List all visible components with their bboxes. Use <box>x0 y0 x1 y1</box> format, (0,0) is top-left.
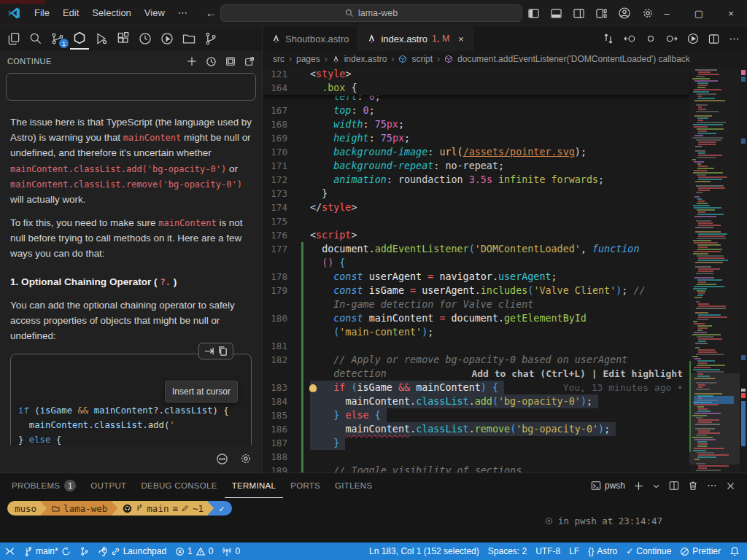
change-dot-icon[interactable] <box>646 33 656 44</box>
code-row[interactable]: 179 const isGame = userAgent.includes('V… <box>263 284 747 298</box>
insert-at-cursor-icon[interactable] <box>204 346 214 357</box>
code-row[interactable]: 187 } <box>263 436 747 450</box>
breadcrumb-item-src[interactable]: src <box>273 54 285 64</box>
code-row[interactable]: detectionAdd to chat (Ctrl+L) | Edit hig… <box>263 367 747 381</box>
gitlens-graph-status[interactable] <box>75 542 93 560</box>
code-row[interactable]: 184 mainContent.classList.add('bg-opacit… <box>263 394 747 408</box>
search-activity-icon[interactable] <box>26 28 45 50</box>
code-row[interactable]: ('main-content'); <box>263 325 747 339</box>
breadcrumb-item-pages[interactable]: pages <box>296 54 320 64</box>
code-row[interactable]: 189 // Toggle visibility of sections <box>263 464 747 472</box>
new-session-icon[interactable] <box>187 56 197 66</box>
menu-more[interactable]: ⋯ <box>171 4 194 21</box>
code-row[interactable]: 167 top: 0; <box>263 104 747 117</box>
cursor-position-status[interactable]: Ln 183, Col 1 (152 selected) <box>365 542 484 560</box>
notifications-bell-icon[interactable] <box>725 542 747 560</box>
breadcrumb-item-callback[interactable]: document.addEventListener('DOMContentLoa… <box>457 54 690 64</box>
kill-terminal-icon[interactable] <box>688 481 698 491</box>
split-editor-icon[interactable] <box>708 34 719 44</box>
breadcrumb-item-script[interactable]: script <box>411 54 433 64</box>
launchpad-status[interactable]: Launchpad <box>93 542 171 560</box>
maximize-panel-icon[interactable] <box>225 56 236 66</box>
minimap[interactable] <box>689 67 740 472</box>
code-row[interactable]: 176<script> <box>263 228 747 242</box>
code-row[interactable]: 185 } else { <box>263 408 747 422</box>
remote-indicator[interactable] <box>0 542 20 560</box>
testing-icon[interactable] <box>136 28 155 50</box>
more-options-icon[interactable] <box>216 453 228 465</box>
code-row[interactable]: 174</style> <box>263 201 747 214</box>
close-panel-icon[interactable] <box>726 481 735 491</box>
copy-code-icon[interactable] <box>217 346 228 357</box>
code-row[interactable]: 178 const userAgent = navigator.userAgen… <box>263 270 747 284</box>
window-minimize-button[interactable]: – <box>651 0 683 26</box>
terminal-content[interactable]: muso lama-web main ≡ ~1 ✓ in pwsh at 23:… <box>0 498 747 542</box>
code-row[interactable]: 188 <box>263 450 747 464</box>
tab-debug-console[interactable]: DEBUG CONSOLE <box>133 473 224 498</box>
menu-file[interactable]: File <box>28 4 56 21</box>
nav-back-button[interactable]: ← <box>206 7 217 19</box>
menu-edit[interactable]: Edit <box>56 4 85 21</box>
sidebar-settings-gear-icon[interactable] <box>240 453 252 464</box>
chat-input[interactable] <box>6 73 256 101</box>
continue-extension-icon[interactable] <box>70 28 89 50</box>
code-row[interactable]: 173 } <box>263 187 747 201</box>
breadcrumb-item-file[interactable]: index.astro <box>344 54 387 64</box>
live-preview-icon[interactable] <box>158 28 177 50</box>
panel-more-icon[interactable] <box>707 481 717 491</box>
open-in-new-window-icon[interactable] <box>244 56 255 66</box>
tab-terminal[interactable]: TERMINAL <box>225 473 284 498</box>
code-row[interactable]: 183 if (isGame && mainContent) {You, 13 … <box>263 381 747 394</box>
new-terminal-icon[interactable] <box>634 481 643 491</box>
open-previous-change-icon[interactable] <box>624 33 636 44</box>
encoding-status[interactable]: UTF-8 <box>531 542 565 560</box>
source-control-icon[interactable]: 1 <box>48 28 67 50</box>
code-row[interactable]: () { <box>263 256 747 270</box>
tab-shoutbox-astro[interactable]: Shoutbox.astro <box>263 26 358 51</box>
menu-selection[interactable]: Selection <box>85 4 137 21</box>
eol-status[interactable]: LF <box>565 542 584 560</box>
tab-output[interactable]: OUTPUT <box>83 473 133 498</box>
compare-changes-icon[interactable] <box>603 33 614 44</box>
continue-status[interactable]: ✓Continue <box>622 542 676 560</box>
code-row[interactable]: 169 height: 75px; <box>263 131 747 145</box>
gitlens-graph-icon[interactable] <box>201 28 220 50</box>
tab-gitlens[interactable]: GITLENS <box>328 473 379 498</box>
toggle-panel-icon[interactable] <box>551 8 562 19</box>
code-row[interactable]: 177 document.addEventListener('DOMConten… <box>263 242 747 256</box>
terminal-shell-chip[interactable]: pwsh <box>591 481 625 491</box>
terminal-dropdown-icon[interactable] <box>652 482 660 490</box>
code-editor[interactable]: left: 0;167 top: 0;168 width: 75px;169 h… <box>263 67 747 472</box>
code-row[interactable]: 121<style> <box>263 67 689 81</box>
code-row[interactable]: 168 width: 75px; <box>263 117 747 131</box>
extensions-icon[interactable] <box>114 28 133 50</box>
code-row[interactable]: left: 0; <box>263 96 747 104</box>
code-row[interactable]: 171 background-repeat: no-repeat; <box>263 159 747 173</box>
run-debug-icon[interactable] <box>92 28 111 50</box>
feedback-tower-status[interactable]: 0 <box>217 542 244 560</box>
folder-explorer-icon[interactable] <box>179 28 198 50</box>
history-icon[interactable] <box>206 56 217 67</box>
open-next-change-icon[interactable] <box>665 33 678 44</box>
code-row[interactable]: 164 .box { <box>263 81 689 95</box>
toggle-sidebar-icon[interactable] <box>528 8 539 19</box>
code-rows[interactable]: left: 0;167 top: 0;168 width: 75px;169 h… <box>263 96 747 472</box>
code-row[interactable]: 180 const mainContent = document.getElem… <box>263 311 747 325</box>
tab-problems[interactable]: PROBLEMS1 <box>4 473 83 498</box>
code-row[interactable]: 172 animation: roundaction 3.5s infinite… <box>263 173 747 187</box>
tab-index-astro[interactable]: index.astro 1, M × <box>358 26 473 51</box>
language-mode-status[interactable]: {}Astro <box>584 542 622 560</box>
toggle-secondary-sidebar-icon[interactable] <box>573 8 584 19</box>
tab-ports[interactable]: PORTS <box>283 473 328 498</box>
account-icon[interactable] <box>619 7 630 19</box>
run-file-icon[interactable] <box>687 33 699 44</box>
window-close-button[interactable]: × <box>715 0 747 26</box>
code-row[interactable]: 186 mainContent.classList.remove('bg-opa… <box>263 422 747 436</box>
git-branch-status[interactable]: main* <box>20 542 75 560</box>
prettier-status[interactable]: Prettier <box>676 542 725 560</box>
split-terminal-icon[interactable] <box>669 481 679 491</box>
command-search-box[interactable]: lama-web <box>220 4 522 22</box>
code-row[interactable]: 170 background-image: url(/assets/pointe… <box>263 145 747 159</box>
code-row[interactable]: 182 // Apply or remove bg-opacity-0 base… <box>263 353 747 367</box>
indentation-status[interactable]: Spaces: 2 <box>484 542 531 560</box>
